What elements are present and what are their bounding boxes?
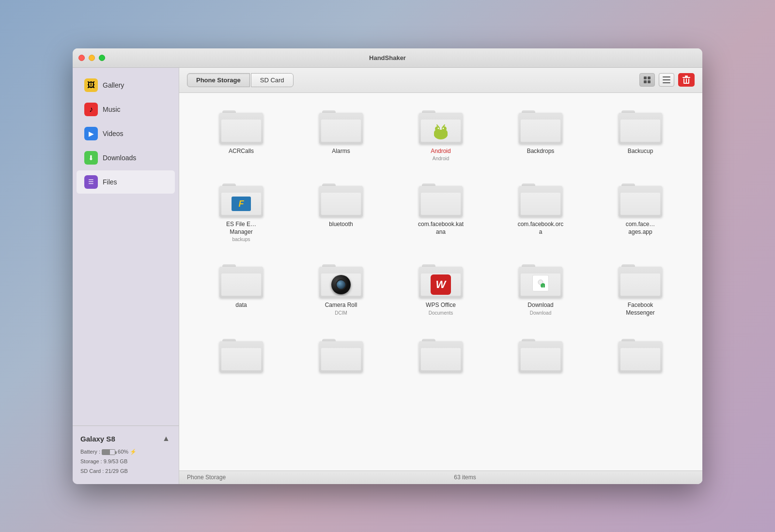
file-item-facebook_orca[interactable]: com.facebook.orca bbox=[493, 176, 588, 247]
sdcard-row: SD Card : 21/29 GB bbox=[80, 467, 171, 476]
svg-rect-2 bbox=[644, 80, 647, 83]
app-title: HandShaker bbox=[369, 54, 406, 61]
sidebar-label-downloads: Downloads bbox=[103, 154, 136, 162]
file-name-data: data bbox=[235, 302, 247, 309]
sd-card-tab[interactable]: SD Card bbox=[251, 73, 294, 87]
close-button[interactable] bbox=[78, 55, 85, 61]
file-subtitle-camera_roll: DCIM bbox=[335, 310, 347, 316]
file-item-facebook_katana[interactable]: com.facebook.katana bbox=[393, 176, 488, 247]
svg-text:↓: ↓ bbox=[542, 284, 544, 288]
phone-storage-tab[interactable]: Phone Storage bbox=[187, 73, 250, 87]
svg-rect-10 bbox=[686, 78, 687, 83]
file-name-backucup: Backucup bbox=[628, 148, 653, 155]
file-item-download[interactable]: ↓DownloadDownload bbox=[493, 257, 588, 321]
svg-rect-8 bbox=[682, 77, 690, 78]
file-name-camera_roll: Camera Roll bbox=[325, 302, 357, 309]
app-window: HandShaker 🖼 Gallery ♪ Music ▶ Videos bbox=[73, 48, 702, 484]
file-subtitle-esfile: backups bbox=[232, 237, 250, 242]
file-item-esfile[interactable]: FES File E…Managerbackups bbox=[194, 176, 289, 247]
list-view-button[interactable] bbox=[659, 73, 674, 87]
svg-rect-7 bbox=[685, 76, 688, 77]
statusbar-count: 63 items bbox=[235, 474, 695, 481]
file-item-acrcalls[interactable]: ACRCalls bbox=[194, 103, 289, 167]
file-item-facebook_messenger[interactable]: Facebook Messenger bbox=[593, 257, 688, 321]
battery-row: Battery : 60% ⚡ bbox=[80, 447, 171, 457]
file-subtitle-wps_office: Documents bbox=[429, 310, 453, 316]
sidebar-item-music[interactable]: ♪ Music bbox=[77, 98, 175, 121]
file-name-facebook_messenger: Facebook Messenger bbox=[616, 302, 665, 317]
file-name-wps_office: WPS Office bbox=[426, 302, 456, 309]
statusbar-path: Phone Storage bbox=[187, 474, 226, 481]
delete-button[interactable] bbox=[678, 73, 695, 87]
file-item-data[interactable]: data bbox=[194, 257, 289, 321]
device-info: Battery : 60% ⚡ Storage : 9.9/53 GB SD C… bbox=[80, 447, 171, 476]
minimize-button[interactable] bbox=[89, 55, 95, 61]
svg-rect-6 bbox=[663, 82, 670, 83]
sidebar-item-downloads[interactable]: ⬇ Downloads bbox=[77, 146, 175, 169]
statusbar: Phone Storage 63 items bbox=[179, 471, 702, 484]
maximize-button[interactable] bbox=[99, 55, 105, 61]
file-item-extra-2[interactable] bbox=[393, 331, 488, 381]
svg-rect-22 bbox=[443, 135, 445, 137]
list-icon bbox=[663, 76, 670, 83]
sidebar: 🖼 Gallery ♪ Music ▶ Videos ⬇ Downloads bbox=[73, 68, 179, 484]
music-icon: ♪ bbox=[84, 103, 98, 116]
videos-icon: ▶ bbox=[84, 127, 98, 140]
svg-rect-1 bbox=[648, 76, 651, 79]
svg-rect-21 bbox=[437, 135, 439, 137]
svg-rect-16 bbox=[434, 130, 448, 137]
gallery-icon: 🖼 bbox=[84, 78, 98, 92]
file-item-extra-4[interactable] bbox=[593, 331, 688, 381]
svg-rect-0 bbox=[644, 76, 647, 79]
file-item-extra-3[interactable] bbox=[493, 331, 588, 381]
file-name-acrcalls: ACRCalls bbox=[229, 148, 254, 155]
file-item-alarms[interactable]: Alarms bbox=[294, 103, 388, 167]
grid-icon bbox=[643, 76, 651, 84]
svg-rect-3 bbox=[648, 80, 651, 83]
file-item-extra-0[interactable] bbox=[194, 331, 289, 381]
svg-rect-5 bbox=[663, 79, 670, 80]
file-name-facebook_orca: com.facebook.orca bbox=[516, 221, 565, 236]
downloads-icon: ⬇ bbox=[84, 151, 98, 165]
eject-button[interactable]: ▲ bbox=[161, 434, 171, 443]
sidebar-item-gallery[interactable]: 🖼 Gallery bbox=[77, 74, 175, 97]
storage-tabs: Phone Storage SD Card bbox=[187, 73, 294, 87]
file-item-wps_office[interactable]: WWPS OfficeDocuments bbox=[393, 257, 488, 321]
file-item-bluetooth[interactable]: bluetooth bbox=[294, 176, 388, 247]
svg-rect-12 bbox=[683, 83, 689, 84]
toolbar-actions bbox=[639, 73, 695, 87]
file-name-esfile: ES File E…Manager bbox=[217, 221, 265, 236]
file-item-facebook_ages[interactable]: com.face…ages.app bbox=[593, 176, 688, 247]
storage-row: Storage : 9.9/53 GB bbox=[80, 457, 171, 467]
file-item-backdrops[interactable]: Backdrops bbox=[493, 103, 588, 167]
file-item-extra-1[interactable] bbox=[294, 331, 388, 381]
file-subtitle-android: Android bbox=[433, 156, 449, 161]
file-subtitle-download: Download bbox=[530, 310, 551, 316]
file-item-camera_roll[interactable]: Camera RollDCIM bbox=[294, 257, 388, 321]
files-icon: ☰ bbox=[84, 175, 98, 189]
svg-rect-9 bbox=[683, 78, 684, 83]
sidebar-item-files[interactable]: ☰ Files bbox=[77, 170, 175, 194]
file-grid: ACRCallsAlarmsAndroidAndroidBackdropsBac… bbox=[179, 93, 702, 471]
window-body: 🖼 Gallery ♪ Music ▶ Videos ⬇ Downloads bbox=[73, 68, 702, 484]
file-name-facebook_ages: com.face…ages.app bbox=[616, 221, 665, 236]
traffic-lights bbox=[78, 55, 105, 61]
sidebar-nav: 🖼 Gallery ♪ Music ▶ Videos ⬇ Downloads bbox=[73, 68, 179, 426]
file-item-backucup[interactable]: Backucup bbox=[593, 103, 688, 167]
device-name: Galaxy S8 bbox=[80, 435, 115, 443]
sidebar-item-videos[interactable]: ▶ Videos bbox=[77, 122, 175, 145]
grid-view-button[interactable] bbox=[639, 73, 655, 87]
sidebar-label-music: Music bbox=[103, 106, 121, 113]
main-content: Phone Storage SD Card bbox=[179, 68, 702, 484]
svg-rect-4 bbox=[663, 76, 670, 77]
battery-bar bbox=[102, 449, 115, 455]
file-name-alarms: Alarms bbox=[332, 148, 350, 155]
trash-icon bbox=[682, 76, 690, 84]
file-item-android[interactable]: AndroidAndroid bbox=[393, 103, 488, 167]
sidebar-label-files: Files bbox=[103, 178, 117, 186]
device-footer: Galaxy S8 ▲ Battery : 60% ⚡ Storage : 9.… bbox=[73, 426, 179, 484]
file-name-android: Android bbox=[431, 148, 450, 155]
toolbar: Phone Storage SD Card bbox=[179, 68, 702, 93]
file-name-bluetooth: bluetooth bbox=[329, 221, 353, 228]
file-name-facebook_katana: com.facebook.katana bbox=[417, 221, 465, 236]
